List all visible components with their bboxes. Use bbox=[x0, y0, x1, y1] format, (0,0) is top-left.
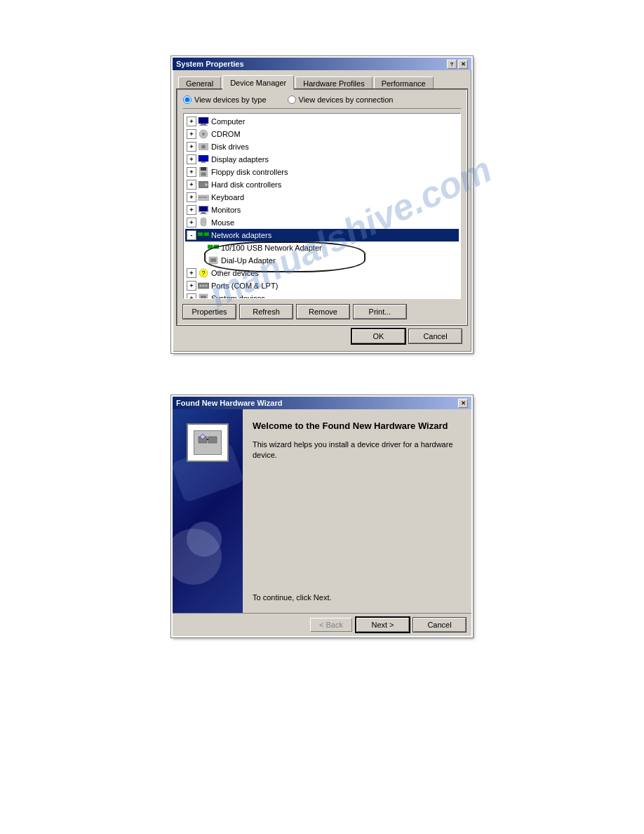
expand-other[interactable]: + bbox=[187, 268, 196, 278]
tree-label-computer: Computer bbox=[211, 117, 245, 126]
radio-by-type-input[interactable] bbox=[183, 95, 192, 104]
tree-label-system: System devices bbox=[211, 294, 265, 299]
tree-item-floppy[interactable]: + Floppy disk controllers bbox=[185, 166, 459, 178]
icon-keyboard bbox=[198, 192, 209, 203]
svg-rect-41 bbox=[201, 296, 206, 299]
expand-floppy[interactable]: + bbox=[187, 167, 196, 177]
expand-network[interactable]: - bbox=[187, 230, 196, 240]
icon-system bbox=[198, 293, 209, 299]
tree-item-hdd[interactable]: + Hard disk controllers bbox=[185, 178, 459, 191]
next-button[interactable]: Next > bbox=[356, 618, 409, 632]
expand-keyboard[interactable]: + bbox=[187, 192, 196, 202]
radio-by-type-label: View devices by type bbox=[194, 95, 267, 104]
expand-cdrom[interactable]: + bbox=[187, 129, 196, 139]
icon-disk bbox=[198, 141, 209, 152]
wizard-heading: Welcome to the Found New Hardware Wizard bbox=[253, 421, 462, 432]
system-props-content: General Device Manager Hardware Profiles… bbox=[173, 70, 471, 352]
svg-rect-29 bbox=[208, 245, 213, 249]
tree-item-keyboard[interactable]: + Keyboard bbox=[185, 191, 459, 204]
expand-display[interactable]: + bbox=[187, 154, 196, 164]
tree-label-hdd: Hard disk controllers bbox=[211, 180, 281, 189]
back-button: < Back bbox=[310, 618, 352, 632]
icon-display bbox=[198, 154, 209, 165]
properties-button[interactable]: Properties bbox=[183, 305, 236, 319]
tree-label-monitors: Monitors bbox=[211, 206, 241, 214]
svg-rect-9 bbox=[201, 161, 206, 163]
tree-item-disk[interactable]: + Disk drives bbox=[185, 140, 459, 153]
tree-item-display[interactable]: + Display adapters bbox=[185, 153, 459, 166]
svg-rect-23 bbox=[200, 213, 207, 214]
radio-by-connection-input[interactable] bbox=[288, 95, 296, 104]
device-tree[interactable]: + Computer + CDROM bbox=[183, 113, 461, 299]
tab-device-manager[interactable]: Device Manager bbox=[222, 75, 294, 90]
tree-item-usb-network[interactable]: 10/100 USB Network Adapter bbox=[185, 241, 459, 254]
svg-rect-21 bbox=[199, 206, 208, 211]
svg-rect-26 bbox=[198, 232, 203, 236]
tree-item-mouse[interactable]: + Mouse bbox=[185, 216, 459, 229]
ok-button[interactable]: OK bbox=[352, 329, 405, 343]
tree-item-cdrom[interactable]: + CDROM bbox=[185, 128, 459, 140]
remove-button[interactable]: Remove bbox=[297, 305, 349, 319]
radio-by-type[interactable]: View devices by type bbox=[183, 95, 267, 104]
svg-rect-2 bbox=[199, 125, 208, 126]
wizard-titlebar: Found New Hardware Wizard ✕ bbox=[173, 397, 471, 409]
tree-label-other: Other devices bbox=[211, 269, 259, 277]
action-buttons: Properties Refresh Remove Print... bbox=[183, 305, 461, 319]
svg-rect-8 bbox=[199, 156, 208, 161]
wizard-decorative-image bbox=[173, 409, 243, 613]
tree-item-computer[interactable]: + Computer bbox=[185, 115, 459, 128]
wizard-buttons-row: < Back Next > Cancel bbox=[173, 613, 471, 636]
svg-point-38 bbox=[203, 285, 205, 287]
tree-item-other[interactable]: + ? Other devices bbox=[185, 267, 459, 279]
svg-rect-22 bbox=[201, 212, 206, 213]
svg-rect-0 bbox=[199, 117, 208, 124]
print-button[interactable]: Print... bbox=[354, 305, 406, 319]
wizard-content: Welcome to the Found New Hardware Wizard… bbox=[173, 409, 471, 613]
icon-network-adapters bbox=[198, 230, 209, 241]
svg-rect-12 bbox=[201, 173, 206, 176]
expand-system[interactable]: + bbox=[187, 293, 196, 299]
svg-point-6 bbox=[201, 145, 206, 149]
icon-cdrom bbox=[198, 128, 209, 140]
icon-floppy bbox=[198, 166, 209, 178]
icon-dialup bbox=[208, 255, 219, 266]
expand-mouse[interactable]: + bbox=[187, 218, 196, 227]
svg-point-39 bbox=[206, 285, 208, 287]
wizard-icon-inner bbox=[194, 430, 222, 455]
icon-usb-network bbox=[208, 242, 219, 253]
radio-by-connection[interactable]: View devices by connection bbox=[288, 95, 394, 104]
expand-disk[interactable]: + bbox=[187, 142, 196, 152]
tree-item-dialup[interactable]: Dial-Up Adapter bbox=[185, 254, 459, 267]
tree-label-usb-network: 10/100 USB Network Adapter bbox=[221, 244, 322, 252]
tree-item-ports[interactable]: + Ports (COM & LPT) bbox=[185, 279, 459, 292]
expand-monitors[interactable]: + bbox=[187, 205, 196, 215]
wizard-dialog: Found New Hardware Wizard ✕ bbox=[171, 395, 473, 637]
tree-item-system[interactable]: + System devices bbox=[185, 292, 459, 299]
wizard-cancel-button[interactable]: Cancel bbox=[413, 618, 466, 632]
close-button[interactable]: ✕ bbox=[458, 60, 468, 69]
titlebar-controls: ? ✕ bbox=[447, 60, 468, 69]
page-container: System Properties ? ✕ General Device Man… bbox=[0, 0, 644, 834]
expand-ports[interactable]: + bbox=[187, 281, 196, 291]
device-tree-wrapper: + Computer + CDROM bbox=[183, 113, 461, 299]
tree-label-cdrom: CDROM bbox=[211, 130, 241, 138]
help-button[interactable]: ? bbox=[447, 60, 457, 69]
expand-computer[interactable]: + bbox=[187, 117, 196, 126]
tree-item-network-adapters[interactable]: - Network adapters bbox=[185, 229, 459, 241]
svg-rect-30 bbox=[214, 245, 219, 249]
tabs-row: General Device Manager Hardware Profiles… bbox=[177, 74, 467, 89]
cancel-button[interactable]: Cancel bbox=[409, 329, 462, 343]
icon-hdd bbox=[198, 179, 209, 190]
wizard-icon-box bbox=[187, 423, 229, 462]
refresh-button[interactable]: Refresh bbox=[240, 305, 293, 319]
svg-rect-17 bbox=[201, 197, 203, 198]
svg-point-4 bbox=[202, 133, 205, 135]
system-props-title: System Properties bbox=[176, 60, 244, 68]
wizard-right-panel: Welcome to the Found New Hardware Wizard… bbox=[243, 409, 471, 613]
wizard-bottom-text: To continue, click Next. bbox=[253, 593, 462, 602]
expand-hdd[interactable]: + bbox=[187, 180, 196, 190]
tree-label-disk: Disk drives bbox=[211, 143, 249, 151]
wizard-close-button[interactable]: ✕ bbox=[458, 399, 468, 408]
system-properties-dialog: System Properties ? ✕ General Device Man… bbox=[171, 56, 473, 353]
tree-item-monitors[interactable]: + Monitors bbox=[185, 204, 459, 216]
